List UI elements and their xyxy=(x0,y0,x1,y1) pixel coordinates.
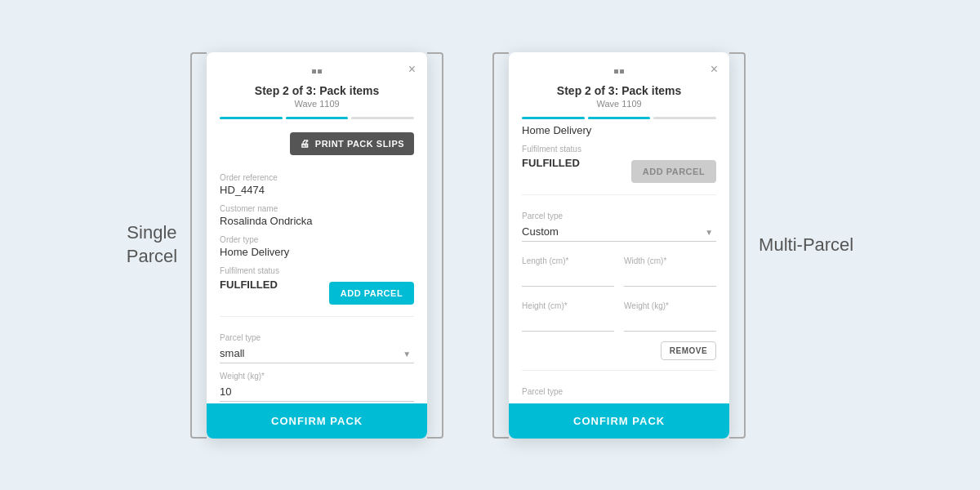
weight-col-1: Weight (kg)* xyxy=(624,293,716,332)
printer-icon: 🖨 xyxy=(300,138,310,149)
multi-fulfilment-value: FULFILLED xyxy=(522,157,580,169)
width-label: Width (cm)* xyxy=(624,256,716,265)
order-type-value: Home Delivery xyxy=(220,246,414,258)
pack-icon-multi: ▪▪ xyxy=(522,62,716,81)
multi-modal-body: Home Delivery Fulfilment status FULFILLE… xyxy=(509,126,729,403)
page-container: Single Parcel ▪▪ Step 2 of 3: Pack items… xyxy=(0,0,980,490)
multi-close-button[interactable]: × xyxy=(710,62,718,77)
bracket-right xyxy=(427,52,443,439)
multi-fulfilment-label: Fulfilment status xyxy=(522,145,716,154)
modal-header: ▪▪ Step 2 of 3: Pack items Wave 1109 × xyxy=(207,52,427,109)
parcel2-select-wrapper: small medium large Custom ▼ xyxy=(522,398,716,403)
progress-bar xyxy=(207,109,427,126)
weight-label-1: Weight (kg)* xyxy=(624,301,716,310)
parcel1-dimensions-row1: Length (cm)* Width (cm)* xyxy=(522,248,716,287)
fulfilment-row: FULFILLED ADD PARCEL xyxy=(220,277,414,313)
parcel1-dimensions-row2: Height (cm)* Weight (kg)* xyxy=(522,293,716,332)
width-col: Width (cm)* xyxy=(624,248,716,287)
single-parcel-bracket: ▪▪ Step 2 of 3: Pack items Wave 1109 × 🖨 xyxy=(190,52,443,439)
fulfilment-status-value: FULFILLED xyxy=(220,278,278,291)
print-btn-row: 🖨 PRINT PACK SLIPS xyxy=(220,126,414,165)
parcel1-select-wrapper: small medium large Custom ▼ xyxy=(522,222,716,242)
print-pack-slips-button[interactable]: 🖨 PRINT PACK SLIPS xyxy=(290,132,414,155)
multi-modal-title: Step 2 of 3: Pack items xyxy=(522,84,716,97)
multi-confirm-pack-button[interactable]: CONFIRM PACK xyxy=(509,403,729,439)
parcel-type-label: Parcel type xyxy=(220,333,414,342)
single-parcel-section: Single Parcel ▪▪ Step 2 of 3: Pack items… xyxy=(127,52,443,439)
parcel-section: Parcel type small medium large custom ▼ … xyxy=(220,316,414,403)
single-parcel-modal: ▪▪ Step 2 of 3: Pack items Wave 1109 × 🖨 xyxy=(207,52,427,439)
bracket-right-multi xyxy=(729,52,746,439)
multi-parcel-section: ▪▪ Step 2 of 3: Pack items Wave 1109 × xyxy=(492,52,853,439)
pack-icon: ▪▪ xyxy=(220,62,414,81)
multi-modal-header: ▪▪ Step 2 of 3: Pack items Wave 1109 × xyxy=(509,52,729,109)
multi-modal-subtitle: Wave 1109 xyxy=(522,99,716,109)
weight-input-1[interactable] xyxy=(624,312,716,332)
multi-progress-step-1 xyxy=(522,117,585,119)
multi-progress-step-2 xyxy=(588,117,651,119)
length-input[interactable] xyxy=(522,267,614,287)
multi-add-parcel-button[interactable]: ADD PARCEL xyxy=(631,160,716,183)
parcel1-type-label: Parcel type xyxy=(522,212,716,220)
progress-step-2 xyxy=(286,117,349,119)
parcel-2-section: Parcel type small medium large Custom ▼ xyxy=(522,370,716,403)
multi-parcel-label: Multi-Parcel xyxy=(759,234,853,257)
multi-body-content: Home Delivery Fulfilment status FULFILLE… xyxy=(522,126,716,403)
parcel2-type-select[interactable]: small medium large Custom xyxy=(522,398,716,403)
parcel1-remove-row: REMOVE xyxy=(522,338,716,367)
length-label: Length (cm)* xyxy=(522,256,614,265)
multi-parcel-bracket: ▪▪ Step 2 of 3: Pack items Wave 1109 × xyxy=(492,52,746,439)
multi-parcel-modal: ▪▪ Step 2 of 3: Pack items Wave 1109 × xyxy=(509,52,729,439)
add-parcel-button[interactable]: ADD PARCEL xyxy=(329,282,414,305)
order-reference-label: Order reference xyxy=(220,173,414,182)
parcel1-type-select[interactable]: small medium large Custom xyxy=(522,222,716,242)
modal-body: 🖨 PRINT PACK SLIPS Order reference HD_44… xyxy=(207,126,427,403)
modal-subtitle: Wave 1109 xyxy=(220,99,414,109)
order-type-partial: Home Delivery xyxy=(522,126,716,136)
height-col: Height (cm)* xyxy=(522,293,614,332)
multi-progress-bar xyxy=(509,109,729,126)
bracket-left xyxy=(190,52,207,439)
length-col: Length (cm)* xyxy=(522,248,614,287)
fulfilment-status-label: Fulfilment status xyxy=(220,266,414,275)
parcel1-remove-button[interactable]: REMOVE xyxy=(661,341,716,360)
parcel-type-select[interactable]: small medium large custom xyxy=(220,344,414,363)
confirm-pack-button[interactable]: CONFIRM PACK xyxy=(207,403,427,439)
multi-progress-step-3 xyxy=(653,117,716,119)
customer-name-value: Rosalinda Ondricka xyxy=(220,215,414,227)
parcel-1-section: Parcel type small medium large Custom ▼ xyxy=(522,194,716,367)
height-label: Height (cm)* xyxy=(522,301,614,310)
customer-name-label: Customer name xyxy=(220,204,414,213)
order-type-label: Order type xyxy=(220,235,414,244)
multi-fulfilment-row: FULFILLED ADD PARCEL xyxy=(522,155,716,191)
progress-step-3 xyxy=(351,117,414,119)
single-parcel-label: Single Parcel xyxy=(127,221,177,268)
progress-step-1 xyxy=(220,117,283,119)
order-reference-value: HD_4474 xyxy=(220,184,414,196)
height-input[interactable] xyxy=(522,312,614,332)
width-input[interactable] xyxy=(624,267,716,287)
bracket-left-multi xyxy=(492,52,509,439)
modal-title: Step 2 of 3: Pack items xyxy=(220,84,414,97)
parcel-type-select-wrapper: small medium large custom ▼ xyxy=(220,344,414,363)
weight-label: Weight (kg)* xyxy=(220,372,414,381)
parcel2-type-label: Parcel type xyxy=(522,387,716,396)
close-button[interactable]: × xyxy=(408,62,416,77)
weight-input[interactable] xyxy=(220,382,414,402)
